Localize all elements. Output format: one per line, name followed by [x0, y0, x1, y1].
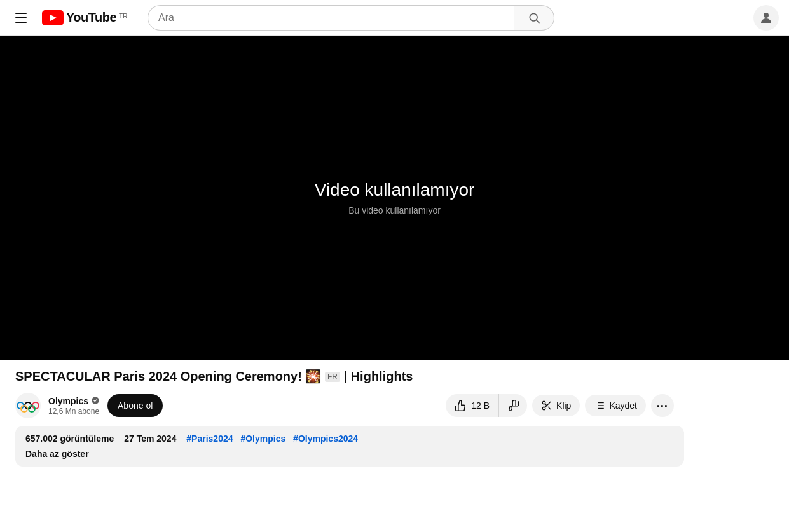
- save-button[interactable]: Kaydet: [585, 395, 646, 416]
- header-search: [148, 5, 554, 31]
- svg-point-10: [92, 397, 99, 404]
- view-count: 657.002 görüntüleme: [25, 433, 114, 444]
- hamburger-menu-button[interactable]: [10, 8, 32, 28]
- header: YouTube TR: [0, 0, 789, 36]
- show-less-button[interactable]: Daha az göster: [25, 449, 89, 459]
- youtube-logo-icon: [42, 10, 64, 25]
- search-bar: [148, 5, 554, 31]
- like-button[interactable]: 12 B: [446, 394, 499, 417]
- like-count: 12 B: [471, 400, 490, 411]
- thumbs-up-icon: [455, 399, 467, 412]
- subscribe-button[interactable]: Abone ol: [107, 394, 163, 417]
- scissors-icon: [541, 400, 552, 411]
- like-dislike-group: 12 B: [446, 394, 527, 417]
- action-buttons: 12 B: [446, 394, 674, 417]
- description-stats: 657.002 görüntüleme 27 Tem 2024 #Paris20…: [25, 433, 674, 444]
- search-input[interactable]: [148, 5, 514, 31]
- hamburger-icon: [15, 13, 27, 23]
- svg-point-11: [542, 401, 545, 404]
- clip-button[interactable]: Klip: [532, 395, 580, 416]
- save-icon: [594, 400, 605, 411]
- svg-point-4: [764, 13, 769, 18]
- verified-badge: [91, 396, 100, 407]
- account-button[interactable]: [753, 5, 779, 31]
- header-right: [753, 5, 779, 31]
- video-unavailable-subtitle: Bu video kullanılamıyor: [315, 205, 475, 215]
- thumbs-down-icon: [507, 399, 519, 412]
- save-label: Kaydet: [609, 400, 637, 411]
- main-content: Video kullanılamıyor Bu video kullanılam…: [0, 36, 789, 467]
- tag-olympics[interactable]: #Olympics: [240, 433, 285, 444]
- svg-point-12: [542, 407, 545, 410]
- more-options-button[interactable]: ⋯: [651, 394, 674, 417]
- channel-row: Olympics 12,6 Mn abone Abone ol: [15, 393, 684, 418]
- svg-line-3: [536, 20, 539, 23]
- header-left: YouTube TR: [10, 8, 137, 28]
- video-title: SPECTACULAR Paris 2024 Opening Ceremony!…: [15, 367, 684, 385]
- svg-point-2: [530, 13, 537, 21]
- olympic-rings-icon: [17, 398, 39, 413]
- upload-date: 27 Tem 2024: [124, 433, 176, 444]
- clip-label: Klip: [556, 400, 571, 411]
- youtube-country-code: TR: [119, 13, 127, 20]
- video-title-text: SPECTACULAR Paris 2024 Opening Ceremony!…: [15, 369, 413, 383]
- video-unavailable-message: Video kullanılamıyor Bu video kullanılam…: [315, 180, 475, 215]
- tag-paris2024[interactable]: #Paris2024: [186, 433, 233, 444]
- channel-info: Olympics 12,6 Mn abone Abone ol: [15, 393, 163, 418]
- video-info: SPECTACULAR Paris 2024 Opening Ceremony!…: [0, 360, 699, 467]
- search-icon: [528, 11, 540, 24]
- search-button[interactable]: [514, 5, 554, 31]
- svg-line-14: [548, 407, 551, 409]
- account-icon: [758, 10, 774, 25]
- tag-olympics2024[interactable]: #Olympics2024: [293, 433, 358, 444]
- dislike-button[interactable]: [499, 394, 527, 417]
- channel-avatar[interactable]: [15, 393, 41, 418]
- video-unavailable-title: Video kullanılamıyor: [315, 180, 475, 200]
- description-box: 657.002 görüntüleme 27 Tem 2024 #Paris20…: [15, 426, 684, 467]
- video-player: Video kullanılamıyor Bu video kullanılam…: [0, 36, 789, 360]
- svg-line-15: [545, 404, 547, 406]
- channel-name[interactable]: Olympics: [48, 396, 88, 406]
- checkmark-icon: [91, 396, 100, 405]
- youtube-logo-link[interactable]: YouTube TR: [42, 10, 127, 25]
- channel-details: Olympics 12,6 Mn abone: [48, 396, 100, 416]
- channel-name-row: Olympics: [48, 396, 100, 407]
- description-tags: #Paris2024 #Olympics #Olympics2024: [186, 433, 363, 444]
- youtube-wordmark: YouTube: [66, 10, 116, 25]
- more-options-icon: ⋯: [656, 399, 669, 413]
- country-badge: FR: [325, 372, 340, 382]
- subscriber-count: 12,6 Mn abone: [48, 407, 100, 416]
